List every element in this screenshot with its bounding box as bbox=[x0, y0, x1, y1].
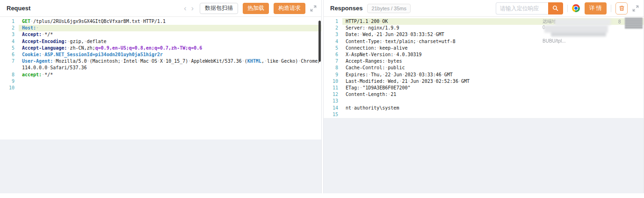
code-line: 15 bbox=[324, 111, 644, 118]
line-number: 2 bbox=[0, 25, 19, 31]
code-line: 1HTTP/1.1·200·OK bbox=[324, 18, 644, 25]
detail-button[interactable]: 详 情 bbox=[585, 2, 607, 15]
line-number: 6 bbox=[0, 51, 19, 58]
code-line: 2Server:·nginx/1.9.9 bbox=[324, 25, 644, 31]
line-number bbox=[0, 65, 19, 71]
line-number: 3 bbox=[0, 31, 19, 38]
request-scrollbar-thumb[interactable] bbox=[318, 21, 321, 62]
request-editor[interactable]: 1GET·/tplus/2RUsL6jgx9sGX4GItQBcVfxarBM.… bbox=[0, 17, 321, 139]
request-title: Request bbox=[7, 5, 30, 12]
response-expand-button[interactable] bbox=[632, 5, 639, 12]
line-number: 4 bbox=[0, 38, 19, 45]
code-line: 3Date:·Wed,·21·Jun·2023·03:33:52·GMT bbox=[324, 31, 644, 38]
code-line: 5Accept-Language:·zh-CN,zh;q=0.9,en-US;q… bbox=[0, 45, 321, 51]
code-line: 1GET·/tplus/2RUsL6jgx9sGX4GItQBcVfxarBM.… bbox=[0, 18, 321, 25]
line-number: 8 bbox=[324, 65, 342, 71]
code-line: 114.0.0.0·Safari/537.36 bbox=[0, 65, 321, 71]
line-number: 14 bbox=[324, 105, 342, 111]
line-number: 10 bbox=[0, 85, 19, 91]
line-number: 7 bbox=[0, 58, 19, 65]
search-input[interactable] bbox=[496, 2, 548, 15]
http-tool-page: Request ‹ › 数据包扫描 热加载 构造请求 1GET·/tplus/2… bbox=[0, 0, 644, 193]
code-line: 7User-Agent:·Mozilla/5.0·(Macintosh;·Int… bbox=[0, 58, 321, 65]
line-number: 15 bbox=[324, 111, 342, 118]
code-line: 2Host:· bbox=[0, 25, 321, 31]
code-line: 14nt·authority\system bbox=[324, 105, 644, 111]
clear-response-button[interactable] bbox=[615, 2, 628, 15]
code-line: 6Cookie:·ASP.NET_SessionId=pi34odn201uyh… bbox=[0, 51, 321, 58]
line-number: 3 bbox=[324, 31, 342, 38]
response-search bbox=[496, 2, 563, 15]
line-number: 7 bbox=[324, 58, 342, 65]
construct-request-button[interactable]: 构造请求 bbox=[274, 3, 305, 14]
code-line: 8accept:·*/* bbox=[0, 72, 321, 78]
chevron-right-icon[interactable]: › bbox=[189, 4, 196, 13]
line-number: 6 bbox=[324, 51, 342, 58]
packet-scan-button[interactable]: 数据包扫描 bbox=[200, 3, 238, 14]
response-panel-header: Responses 21bytes / 35ms 详 情 bbox=[324, 0, 644, 17]
code-line: 10Last-Modified:·Wed,·21·Jun·2023·02:52:… bbox=[324, 78, 644, 85]
request-panel-header: Request ‹ › 数据包扫描 热加载 构造请求 bbox=[0, 0, 321, 17]
line-number: 11 bbox=[324, 85, 342, 91]
hot-reload-button[interactable]: 热加载 bbox=[243, 3, 269, 14]
line-number: 13 bbox=[324, 98, 342, 104]
code-line: 9 bbox=[0, 78, 321, 85]
code-line: 9Expires:·Thu,·22·Jun·2023·03:33:46·GMT bbox=[324, 72, 644, 78]
search-button[interactable] bbox=[548, 2, 563, 15]
toolbar-divider bbox=[567, 5, 568, 12]
response-panel: Responses 21bytes / 35ms 详 情 bbox=[323, 0, 644, 193]
code-line: 5Connection:·keep-alive bbox=[324, 45, 644, 51]
code-line: 4Accept-Encoding:·gzip,·deflate bbox=[0, 38, 321, 45]
line-number: 1 bbox=[0, 18, 19, 25]
code-line: 8Cache-Control:·public bbox=[324, 65, 644, 71]
code-line: 12Content-Length:·21 bbox=[324, 91, 644, 98]
code-line: 10 bbox=[0, 85, 321, 91]
response-title: Responses bbox=[330, 5, 362, 12]
toolbar-divider bbox=[611, 5, 611, 12]
line-number: 4 bbox=[324, 38, 342, 45]
chevron-left-icon[interactable]: ‹ bbox=[181, 4, 188, 13]
line-number: 5 bbox=[0, 45, 19, 51]
expand-icon bbox=[310, 5, 317, 12]
line-number: 12 bbox=[324, 91, 342, 98]
expand-icon bbox=[632, 5, 639, 12]
line-number: 2 bbox=[324, 25, 342, 31]
code-line: 13 bbox=[324, 98, 644, 104]
code-line: 4Content-Type:·text/plain;·charset=utf-8 bbox=[324, 38, 644, 45]
response-editor[interactable]: 1HTTP/1.1·200·OK2Server:·nginx/1.9.93Dat… bbox=[324, 17, 644, 118]
code-line: 11ETag:·"1D9A3EB6F0E7200" bbox=[324, 85, 644, 91]
search-icon bbox=[552, 5, 558, 11]
trash-icon bbox=[619, 5, 625, 11]
request-panel: Request ‹ › 数据包扫描 热加载 构造请求 1GET·/tplus/2… bbox=[0, 0, 322, 193]
line-number: 9 bbox=[324, 72, 342, 78]
line-number: 5 bbox=[324, 45, 342, 51]
code-line: 3Accept:·*/* bbox=[0, 31, 321, 38]
line-number: 1 bbox=[324, 18, 342, 25]
line-number: 10 bbox=[324, 78, 342, 85]
line-number: 9 bbox=[0, 78, 19, 85]
chrome-browser-icon[interactable] bbox=[572, 4, 580, 12]
code-line: 7Accept-Ranges:·bytes bbox=[324, 58, 644, 65]
code-line: 6X-AspNet-Version:·4.0.30319 bbox=[324, 51, 644, 58]
line-number: 8 bbox=[0, 72, 19, 78]
response-meta-badge: 21bytes / 35ms bbox=[367, 4, 411, 13]
request-expand-button[interactable] bbox=[310, 5, 317, 12]
